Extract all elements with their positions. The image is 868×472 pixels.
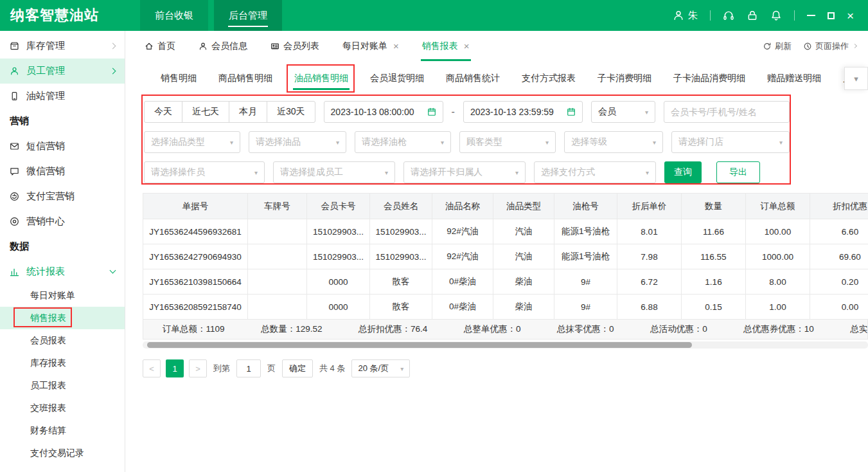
export-button[interactable]: 导出 <box>716 161 760 183</box>
end-date-input[interactable]: 2023-10-13 23:59:59 <box>463 101 583 123</box>
close-tab-icon[interactable]: × <box>464 41 470 51</box>
sidebar-item-inventory[interactable]: 库存管理 <box>0 33 125 59</box>
chevron-down-icon: ▾ <box>336 139 339 146</box>
goto-page-input[interactable] <box>236 359 261 377</box>
tab-bar: 首页 会员信息 会员列表 每日对账单 × 销售报表 × <box>125 31 868 61</box>
close-button[interactable]: × <box>847 10 854 22</box>
sidebar-subitem-daily-statement[interactable]: 每日对账单 <box>0 284 125 307</box>
filter-panel: 今天 近七天 本月 近30天 2023-10-13 08:00:00 - 202… <box>143 93 868 193</box>
cell-oil-name: 92#汽油 <box>432 244 493 269</box>
sidebar-item-staff[interactable]: 员工管理 <box>0 59 125 84</box>
subtab-goods-sales-detail[interactable]: 商品销售明细 <box>218 64 272 93</box>
tab-member-list[interactable]: 会员列表 <box>270 31 319 61</box>
nav-tab-frontdesk[interactable]: 前台收银 <box>140 0 208 31</box>
subtab-subcard-oil-consume-detail[interactable]: 子卡油品消费明细 <box>673 64 745 93</box>
user-menu[interactable]: 朱 <box>673 10 698 22</box>
payment-method-select[interactable]: 选择支付方式▾ <box>534 161 656 183</box>
bar-chart-icon <box>10 267 19 277</box>
cell-member-card: 151029903... <box>307 244 370 269</box>
subtab-subcard-consume-detail[interactable]: 子卡消费明细 <box>598 64 651 93</box>
sidebar-subitem-staff-report[interactable]: 员工报表 <box>0 374 125 397</box>
cell-member-name: 散客 <box>370 295 432 320</box>
card-owner-select[interactable]: 请选择开卡归属人▾ <box>403 161 526 183</box>
quick-week-button[interactable]: 近七天 <box>182 101 229 123</box>
tab-daily-statement[interactable]: 每日对账单 × <box>342 31 399 61</box>
scrollbar-thumb[interactable] <box>147 342 692 348</box>
lock-icon[interactable] <box>747 10 758 21</box>
subtab-member-refund-detail[interactable]: 会员退货明细 <box>370 64 424 93</box>
subtab-oil-sales-detail[interactable]: 油品销售明细 <box>294 64 348 93</box>
tab-home[interactable]: 首页 <box>145 31 175 61</box>
sidebar-item-alipay[interactable]: 支付宝营销 <box>0 184 125 209</box>
chevron-down-icon <box>110 268 116 274</box>
sidebar-subitem-shift-report[interactable]: 交班报表 <box>0 397 125 419</box>
tab-member-info[interactable]: 会员信息 <box>199 31 247 61</box>
table-row[interactable]: JY16536244596932681 151029903... 1510299… <box>143 219 868 244</box>
cell-order-amount: 100.00 <box>746 219 810 244</box>
next-page-button[interactable]: > <box>189 359 207 377</box>
chevron-down-icon: ▾ <box>645 109 648 116</box>
start-date-input[interactable]: 2023-10-13 08:00:00 <box>324 101 443 123</box>
refresh-button[interactable]: 刷新 <box>763 41 792 52</box>
sidebar-item-marketing-center[interactable]: 营销中心 <box>0 209 125 234</box>
tab-label: 会员列表 <box>283 41 319 52</box>
level-select[interactable]: 选择等级▾ <box>564 131 663 153</box>
headset-icon[interactable] <box>723 10 734 21</box>
sidebar-subitem-sales-report[interactable]: 销售报表 <box>0 307 125 329</box>
subtabs-overflow-button[interactable]: ▾ <box>844 67 868 90</box>
minimize-button[interactable] <box>807 15 815 16</box>
quick-today-button[interactable]: 今天 <box>144 101 182 123</box>
oil-gun-select[interactable]: 请选择油枪▾ <box>355 131 451 153</box>
member-type-select[interactable]: 会员 ▾ <box>591 101 655 123</box>
member-search-input[interactable] <box>664 101 790 123</box>
sidebar-subitem-inventory-report[interactable]: 库存报表 <box>0 352 125 374</box>
subtab-sales-detail[interactable]: 销售明细 <box>161 64 197 93</box>
sidebar-item-wechat[interactable]: 微信营销 <box>0 159 125 184</box>
horizontal-scrollbar[interactable] <box>143 341 868 349</box>
sidebar-subitem-finance-settlement[interactable]: 财务结算 <box>0 419 125 442</box>
table-summary-row: 订单总额：1109总数量：129.52总折扣优惠：76.4总整单优惠：0总抹零优… <box>143 320 868 340</box>
current-page-button[interactable]: 1 <box>166 359 184 377</box>
quick-month-button[interactable]: 本月 <box>229 101 267 123</box>
prev-page-button[interactable]: < <box>143 359 161 377</box>
select-placeholder: 请选择门店 <box>678 136 723 148</box>
customer-type-select[interactable]: 顾客类型▾ <box>459 131 556 153</box>
sidebar-item-label: 微信营销 <box>26 165 65 177</box>
table-header-cell: 折后单价 <box>617 194 682 219</box>
table-row[interactable]: JY16536208592158740 0000 散客 0#柴油 柴油 9# 6… <box>143 295 868 320</box>
close-tab-icon[interactable]: × <box>393 41 399 51</box>
tab-label: 每日对账单 <box>342 41 387 52</box>
search-button[interactable]: 查询 <box>664 161 702 183</box>
oil-type-select[interactable]: 选择油品类型▾ <box>144 131 240 153</box>
table-header-cell: 折扣优惠 <box>810 194 868 219</box>
store-select[interactable]: 请选择门店▾ <box>671 131 790 153</box>
sales-table: 单据号车牌号会员卡号会员姓名油品名称油品类型油枪号折后单价数量订单总额折扣优惠 … <box>143 193 868 320</box>
goto-confirm-button[interactable]: 确定 <box>282 359 313 377</box>
tab-sales-report[interactable]: 销售报表 × <box>422 31 470 61</box>
sidebar-item-sms[interactable]: 短信营销 <box>0 134 125 159</box>
operator-select[interactable]: 请选择操作员▾ <box>144 161 265 183</box>
bell-icon[interactable] <box>770 10 782 21</box>
subtab-gift-detail[interactable]: 赠品赠送明细 <box>767 64 821 93</box>
chevron-down-icon: ▾ <box>646 169 649 176</box>
page-operations-button[interactable]: 页面操作 <box>803 41 856 52</box>
sidebar-item-reports[interactable]: 统计报表 <box>0 259 125 284</box>
quick-30days-button[interactable]: 近30天 <box>267 101 315 123</box>
sidebar-subitem-payment-records[interactable]: 支付交易记录 <box>0 442 125 464</box>
cell-discount: 0.20 <box>810 269 868 295</box>
sidebar-item-station[interactable]: 油站管理 <box>0 84 125 109</box>
chevron-down-icon: ▾ <box>254 169 258 176</box>
page-size-select[interactable]: 20 条/页 ▾ <box>351 359 410 377</box>
subtab-payment-method-report[interactable]: 支付方式报表 <box>522 64 576 93</box>
oil-select[interactable]: 请选择油品▾ <box>249 131 346 153</box>
nav-tab-backend[interactable]: 后台管理 <box>214 0 282 31</box>
maximize-button[interactable] <box>828 12 835 19</box>
table-row[interactable]: JY16536242790694930 151029903... 1510299… <box>143 244 868 269</box>
sidebar-subitem-member-report[interactable]: 会员报表 <box>0 329 125 352</box>
cell-oil-type: 柴油 <box>493 269 554 295</box>
commission-staff-select[interactable]: 请选择提成员工▾ <box>273 161 395 183</box>
table-row[interactable]: JY16536210398150664 0000 散客 0#柴油 柴油 9# 6… <box>143 269 868 295</box>
sidebar-item-label: 库存管理 <box>26 40 65 52</box>
chevron-right-icon <box>110 68 116 75</box>
subtab-goods-sales-stats[interactable]: 商品销售统计 <box>446 64 500 93</box>
